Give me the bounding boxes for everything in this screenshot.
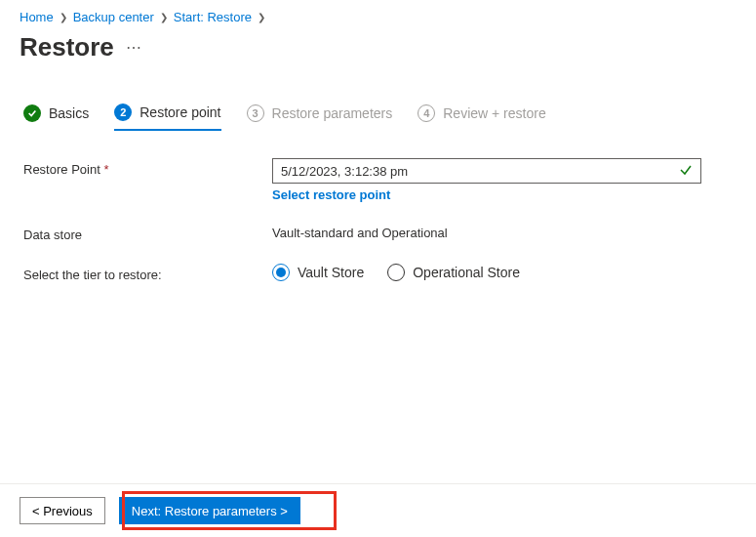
radio-label: Vault Store: [298, 265, 364, 280]
radio-icon: [272, 264, 290, 281]
step-restore-point[interactable]: 2 Restore point: [114, 103, 220, 131]
step-number-icon: 2: [114, 103, 132, 121]
check-icon: [679, 163, 693, 180]
more-icon[interactable]: ⋯: [126, 38, 141, 57]
data-store-value: Vault-standard and Operational: [272, 224, 733, 240]
chevron-right-icon: ❯: [258, 12, 265, 22]
radio-label: Operational Store: [413, 265, 520, 280]
tier-radio-group: Vault Store Operational Store: [272, 264, 733, 281]
page-header: Restore ⋯: [0, 28, 756, 80]
step-number-icon: 4: [418, 104, 435, 122]
step-label: Restore point: [139, 104, 220, 120]
row-restore-point: Restore Point * 5/12/2023, 3:12:38 pm Se…: [23, 158, 733, 202]
breadcrumb: Home ❯ Backup center ❯ Start: Restore ❯: [0, 0, 756, 28]
select-restore-point-link[interactable]: Select restore point: [272, 187, 390, 202]
step-label: Review + restore: [443, 105, 545, 121]
next-button[interactable]: Next: Restore parameters >: [119, 497, 300, 524]
restore-point-input[interactable]: 5/12/2023, 3:12:38 pm: [272, 158, 701, 184]
footer-bar: < Previous Next: Restore parameters >: [0, 483, 756, 537]
previous-button[interactable]: < Previous: [20, 497, 105, 524]
step-number-icon: 3: [247, 104, 264, 122]
row-tier: Select the tier to restore: Vault Store …: [23, 264, 733, 282]
step-label: Restore parameters: [272, 105, 393, 121]
chevron-right-icon: ❯: [60, 12, 67, 22]
radio-vault-store[interactable]: Vault Store: [272, 264, 364, 281]
data-store-label: Data store: [23, 224, 272, 242]
required-marker: *: [103, 162, 108, 177]
radio-operational-store[interactable]: Operational Store: [387, 264, 520, 281]
breadcrumb-home[interactable]: Home: [20, 10, 54, 24]
wizard-steps: Basics 2 Restore point 3 Restore paramet…: [0, 80, 756, 131]
restore-point-value: 5/12/2023, 3:12:38 pm: [281, 164, 679, 179]
tier-label: Select the tier to restore:: [23, 264, 272, 282]
restore-point-label: Restore Point *: [23, 158, 272, 177]
step-basics[interactable]: Basics: [23, 104, 89, 130]
step-review-restore[interactable]: 4 Review + restore: [418, 104, 545, 130]
chevron-right-icon: ❯: [160, 12, 168, 22]
breadcrumb-backup-center[interactable]: Backup center: [73, 10, 154, 24]
page-title: Restore: [20, 32, 114, 62]
form-area: Restore Point * 5/12/2023, 3:12:38 pm Se…: [0, 131, 756, 282]
step-label: Basics: [49, 105, 89, 121]
step-restore-parameters[interactable]: 3 Restore parameters: [247, 104, 393, 130]
breadcrumb-start-restore[interactable]: Start: Restore: [174, 10, 252, 24]
check-icon: [23, 104, 41, 122]
row-data-store: Data store Vault-standard and Operationa…: [23, 224, 733, 242]
radio-icon: [387, 264, 405, 281]
